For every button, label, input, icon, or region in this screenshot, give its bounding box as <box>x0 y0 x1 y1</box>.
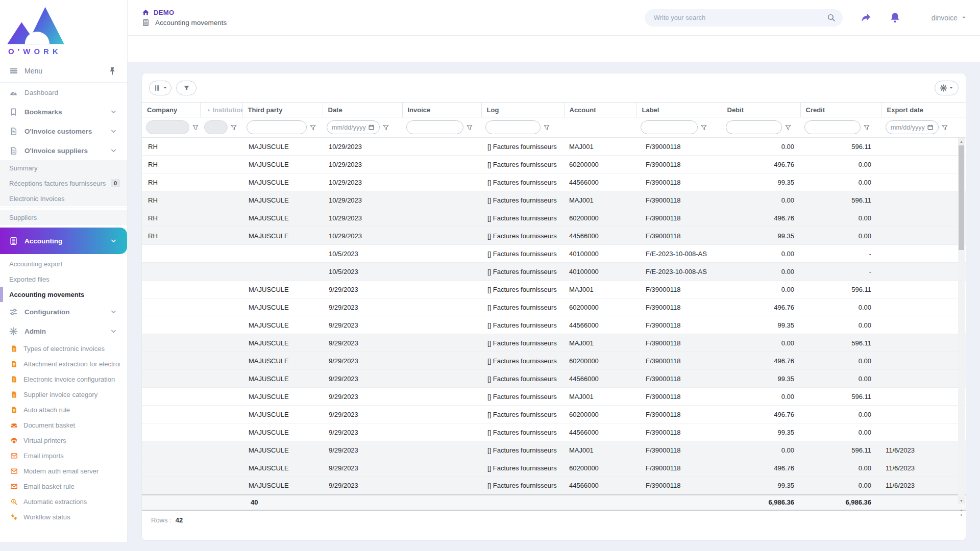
table-row[interactable]: MAJUSCULE9/29/2023[] Factures fournisseu… <box>142 281 966 298</box>
sidebar-item-bookmarks[interactable]: Bookmarks <box>0 102 127 121</box>
sidebar-subitem-virtual-printers[interactable]: Virtual printers <box>0 433 127 448</box>
column-header-label[interactable]: Label <box>636 103 722 117</box>
scroll-up-icon[interactable]: ▲ <box>958 138 965 145</box>
sidebar-subitem-types-of-electronic-invoices[interactable]: Types of electronic invoices <box>0 341 127 356</box>
column-filter-icon[interactable] <box>230 124 237 131</box>
table-row[interactable]: RHMAJUSCULE10/29/2023[] Factures fournis… <box>142 138 966 156</box>
table-row[interactable]: 10/5/2023[] Factures fournisseurs4010000… <box>142 245 966 263</box>
third-party-filter-input[interactable] <box>252 124 302 131</box>
table-row[interactable]: MAJUSCULE9/29/2023[] Factures fournisseu… <box>142 477 966 495</box>
breadcrumb-home[interactable]: DEMO <box>142 9 227 16</box>
column-header-institution[interactable]: Institution <box>200 103 242 117</box>
sidebar-subitem-electronic-invoices[interactable]: Electronic Invoices <box>0 191 127 206</box>
column-filter-icon[interactable] <box>466 124 473 131</box>
sidebar-subitem-supplier-invoice-category[interactable]: Supplier invoice category <box>0 387 127 402</box>
pin-icon[interactable] <box>108 66 117 76</box>
export-date-filter-input[interactable]: mm/dd/yyyy <box>886 120 939 134</box>
filter-button[interactable] <box>176 81 197 95</box>
table-row[interactable]: MAJUSCULE9/29/2023[] Factures fournisseu… <box>142 370 966 388</box>
table-row[interactable]: MAJUSCULE9/29/2023[] Factures fournisseu… <box>142 334 966 352</box>
sidebar-subitem-auto-attach-rule[interactable]: Auto attach rule <box>0 402 127 417</box>
table-row[interactable]: 10/5/2023[] Factures fournisseurs4010000… <box>142 263 966 281</box>
table-row[interactable]: RHMAJUSCULE10/29/2023[] Factures fournis… <box>142 191 966 209</box>
table-row[interactable]: RHMAJUSCULE10/29/2023[] Factures fournis… <box>142 173 966 191</box>
sidebar-subitem-electronic-invoice-configuration[interactable]: Electronic invoice configuration <box>0 371 127 387</box>
table-row[interactable]: MAJUSCULE9/29/2023[] Factures fournisseu… <box>142 423 966 441</box>
scrollbar-thumb[interactable] <box>959 145 964 250</box>
sidebar-subitem-r-ceptions-factures-fournisseurs[interactable]: Réceptions factures fournisseurs0 <box>0 176 127 191</box>
column-header-third-party[interactable]: Third party <box>242 103 323 117</box>
sidebar-item-dashboard[interactable]: Dashboard <box>0 83 127 102</box>
column-header-date[interactable]: Date <box>323 103 402 117</box>
totals-scrollbar[interactable]: ▲ ▼ <box>958 505 965 520</box>
sidebar-subitem-exported-files[interactable]: Exported files <box>0 271 127 287</box>
search-input[interactable] <box>654 14 827 21</box>
column-filter-icon[interactable] <box>863 124 870 131</box>
bell-icon[interactable] <box>889 12 901 23</box>
column-header-invoice[interactable]: Invoice <box>402 103 481 117</box>
column-filter-icon[interactable] <box>382 124 389 131</box>
sidebar-item-configuration[interactable]: Configuration <box>0 302 127 321</box>
filter-cell-institution <box>200 117 242 138</box>
sidebar-subitem-attachment-extraction-for-electronic-inv[interactable]: Attachment extraction for electronic inv… <box>0 356 127 371</box>
column-filter-icon[interactable] <box>785 124 792 131</box>
user-menu[interactable]: dinvoice <box>932 14 967 22</box>
table-row[interactable]: MAJUSCULE9/29/2023[] Factures fournisseu… <box>142 388 966 406</box>
table-row[interactable]: MAJUSCULE9/29/2023[] Factures fournisseu… <box>142 406 966 423</box>
column-header-account[interactable]: Account <box>564 103 636 117</box>
table-row[interactable]: MAJUSCULE9/29/2023[] Factures fournisseu… <box>142 459 966 477</box>
table-row[interactable]: RHMAJUSCULE10/29/2023[] Factures fournis… <box>142 209 966 227</box>
sidebar-subitem-accounting-movements[interactable]: Accounting movements <box>0 287 127 302</box>
sidebar-subitem-email-basket-rule[interactable]: Email basket rule <box>0 479 127 494</box>
table-row[interactable]: MAJUSCULE9/29/2023[] Factures fournisseu… <box>142 352 966 370</box>
column-header-log[interactable]: Log <box>481 103 564 117</box>
column-header-debit[interactable]: Debit <box>722 103 800 117</box>
vertical-scrollbar[interactable]: ▲ ▼ <box>958 138 965 504</box>
search-icon[interactable] <box>827 13 836 22</box>
table-row[interactable]: MAJUSCULE9/29/2023[] Factures fournisseu… <box>142 298 966 316</box>
columns-button[interactable] <box>149 81 172 95</box>
date-filter-input[interactable]: mm/dd/yyyy <box>327 120 380 134</box>
hamburger-icon[interactable] <box>9 66 18 76</box>
credit-filter-input[interactable] <box>810 124 855 131</box>
sidebar-subitem-accounting-export[interactable]: Accounting export <box>0 256 127 271</box>
column-filter-icon[interactable] <box>192 124 199 131</box>
scroll-down-icon[interactable]: ▼ <box>960 514 963 517</box>
sidebar-item-accounting[interactable]: Accounting <box>0 228 127 254</box>
breadcrumb-home-label: DEMO <box>154 9 175 16</box>
column-filter-icon[interactable] <box>543 124 550 131</box>
sidebar-item-o-invoice-suppliers[interactable]: O'Invoice suppliers <box>0 141 127 160</box>
table-row[interactable]: RHMAJUSCULE10/29/2023[] Factures fournis… <box>142 156 966 173</box>
column-header-export-date[interactable]: Export date <box>881 103 966 117</box>
column-filter-icon[interactable] <box>309 124 316 131</box>
sidebar-subitem-suppliers[interactable]: Suppliers <box>0 210 127 225</box>
debit-filter-input[interactable] <box>731 124 777 131</box>
column-header-credit[interactable]: Credit <box>800 103 881 117</box>
column-filter-icon[interactable] <box>941 124 948 131</box>
column-header-company[interactable]: Company <box>142 103 200 117</box>
share-icon[interactable] <box>860 12 872 23</box>
topbar: DEMO Accounting movements dinvoice <box>128 0 980 62</box>
table-row[interactable]: MAJUSCULE9/29/2023[] Factures fournisseu… <box>142 441 966 459</box>
settings-button[interactable] <box>935 81 959 95</box>
sidebar-subitem-automatic-extractions[interactable]: Automatic extractions <box>0 494 127 509</box>
chevron-right-icon[interactable] <box>206 107 212 113</box>
sidebar-subitem-modern-auth-email-server[interactable]: Modern auth email server <box>0 463 127 479</box>
invoice-filter-input[interactable] <box>411 124 458 131</box>
cell-credit: 0.00 <box>800 316 881 334</box>
sidebar-subitem-document-basket[interactable]: Document basket <box>0 417 127 433</box>
label-filter-input[interactable] <box>646 124 693 131</box>
scroll-down-icon[interactable]: ▼ <box>958 497 965 504</box>
sidebar-item-o-invoice-customers[interactable]: O'Invoice customers <box>0 121 127 141</box>
sidebar-subitem-workflow-status[interactable]: Workflow status <box>0 509 127 524</box>
cell-label: F/39000118 <box>636 334 722 352</box>
cell-credit: 0.00 <box>800 156 881 173</box>
scroll-up-icon[interactable]: ▲ <box>960 509 963 512</box>
sidebar-subitem-summary[interactable]: Summary <box>0 160 127 176</box>
log-filter-input[interactable] <box>491 124 535 131</box>
sidebar-item-admin[interactable]: Admin <box>0 321 127 341</box>
table-row[interactable]: MAJUSCULE9/29/2023[] Factures fournisseu… <box>142 316 966 334</box>
column-filter-icon[interactable] <box>700 124 707 131</box>
sidebar-subitem-email-imports[interactable]: Email imports <box>0 448 127 463</box>
table-row[interactable]: RHMAJUSCULE10/29/2023[] Factures fournis… <box>142 227 966 245</box>
